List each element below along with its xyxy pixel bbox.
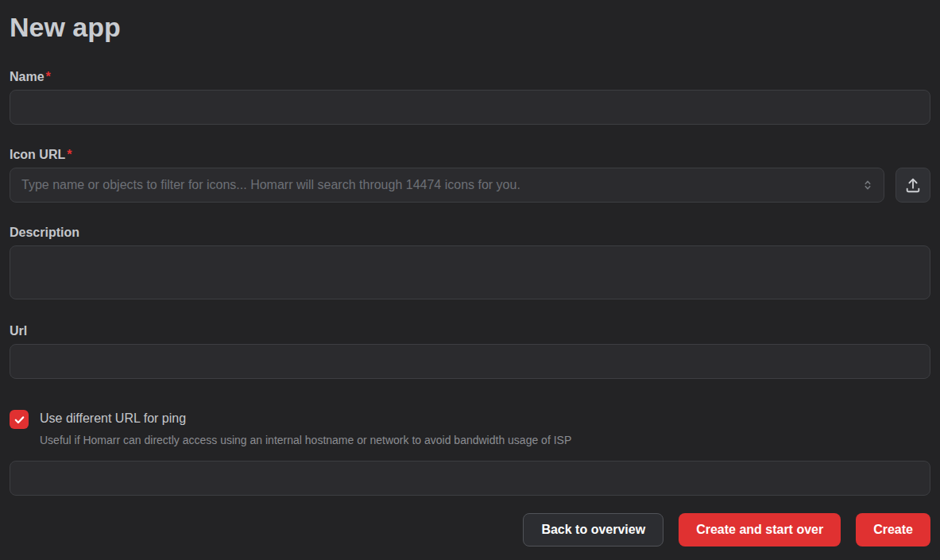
icon-url-required-mark: * — [67, 148, 72, 161]
description-label: Description — [10, 225, 930, 241]
icon-url-select-input[interactable] — [10, 168, 884, 203]
ping-checkbox-row: Use different URL for ping Useful if Hom… — [10, 409, 930, 447]
name-input[interactable] — [10, 90, 930, 125]
action-buttons: Back to overview Create and start over C… — [10, 513, 930, 546]
create-button[interactable]: Create — [856, 513, 930, 546]
ping-url-input[interactable] — [10, 461, 930, 496]
field-description: Description — [10, 225, 930, 303]
upload-button[interactable] — [896, 168, 930, 203]
name-label-text: Name — [10, 70, 44, 83]
name-label: Name* — [10, 69, 930, 85]
ping-checkbox-texts: Use different URL for ping Useful if Hom… — [40, 409, 571, 447]
create-and-start-over-button[interactable]: Create and start over — [679, 513, 841, 546]
icon-url-select — [10, 168, 884, 203]
ping-help-text: Useful if Homarr can directly access usi… — [40, 433, 571, 447]
field-name: Name* — [10, 69, 930, 125]
new-app-page: New app Name* Icon URL* Des — [0, 8, 940, 560]
url-input[interactable] — [10, 344, 930, 379]
description-textarea[interactable] — [10, 245, 930, 299]
upload-icon — [904, 176, 922, 194]
icon-url-label: Icon URL* — [10, 147, 930, 163]
url-label: Url — [10, 323, 930, 339]
page-title: New app — [10, 8, 930, 46]
field-url: Url — [10, 323, 930, 379]
back-to-overview-button[interactable]: Back to overview — [523, 513, 663, 546]
check-icon — [14, 414, 25, 426]
ping-checkbox[interactable] — [10, 410, 29, 429]
field-icon-url: Icon URL* — [10, 147, 930, 203]
name-required-mark: * — [46, 70, 51, 83]
icon-url-label-text: Icon URL — [10, 148, 65, 161]
field-ping-url — [10, 461, 930, 496]
ping-checkbox-label[interactable]: Use different URL for ping — [40, 409, 571, 428]
